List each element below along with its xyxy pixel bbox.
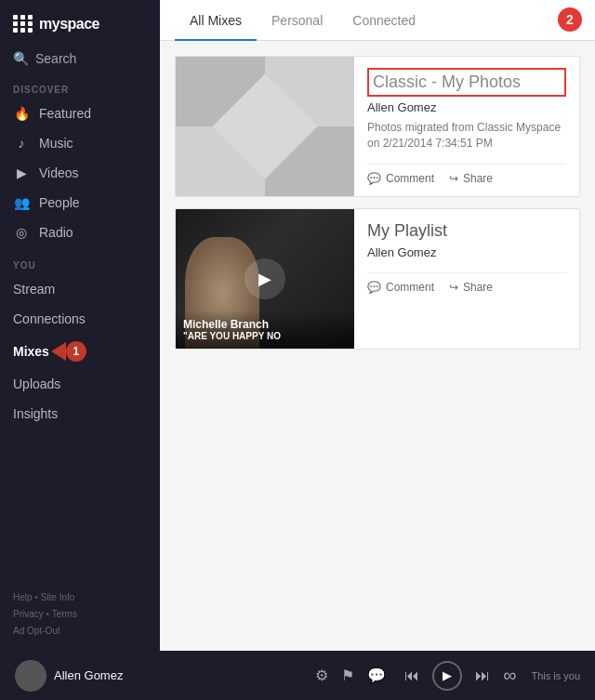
sidebar-item-label-featured: Featured	[39, 106, 91, 121]
tab-badge-2: 2	[558, 7, 582, 32]
search-label: Search	[35, 51, 76, 66]
share-button-2[interactable]: ↪ Share	[449, 281, 493, 294]
sidebar-item-label-connections: Connections	[13, 311, 86, 326]
sidebar-item-label-people: People	[39, 195, 80, 210]
mix-desc-1: Photos migrated from Classic Myspace on …	[367, 120, 566, 152]
sidebar-item-label-music: Music	[39, 136, 73, 151]
mix-title-1: Classic - My Photos	[367, 68, 566, 97]
play-pause-button[interactable]: ▶	[432, 661, 462, 691]
sidebar-item-insights[interactable]: Insights	[0, 399, 160, 429]
discover-section-label: DISCOVER	[0, 77, 160, 99]
rewind-icon[interactable]: ⏮	[404, 667, 419, 684]
tab-personal[interactable]: Personal	[257, 0, 337, 41]
sidebar-item-videos[interactable]: ▶ Videos	[0, 158, 160, 188]
settings-icons: ⚙ ⚑ 💬	[315, 667, 386, 684]
play-icon: ▶	[443, 668, 452, 682]
logo[interactable]: myspace	[0, 0, 160, 46]
sidebar-item-label-radio: Radio	[39, 225, 73, 240]
mix-card-2: ▶ Michelle Branch "ARE YOU HAPPY NO My P…	[175, 208, 580, 350]
radio-icon: ◎	[13, 225, 30, 240]
mix-actions-2: 💬 Comment ↪ Share	[367, 272, 566, 294]
comment-icon-2: 💬	[367, 281, 381, 294]
sidebar-item-radio[interactable]: ◎ Radio	[0, 218, 160, 247]
sidebar-item-mixes[interactable]: Mixes 1	[0, 334, 160, 369]
link-icon[interactable]: ∞	[503, 665, 516, 686]
music-icon: ♪	[13, 136, 30, 151]
sidebar-item-label-videos: Videos	[39, 165, 79, 180]
logo-grid-icon	[13, 15, 33, 33]
mixes-badge: 1	[53, 341, 86, 362]
chat-icon[interactable]: 💬	[367, 667, 386, 684]
featured-icon: 🔥	[13, 106, 30, 121]
video-song: "ARE YOU HAPPY NO	[183, 331, 347, 341]
bottom-bar: Allen Gomez ⚙ ⚑ 💬 ⏮ ▶ ⏭ ∞ This is you	[0, 651, 595, 700]
sidebar-item-music[interactable]: ♪ Music	[0, 128, 160, 158]
sidebar-item-uploads[interactable]: Uploads	[0, 369, 160, 399]
video-artist: Michelle Branch	[183, 318, 347, 331]
settings-icon[interactable]: ⚙	[315, 667, 328, 684]
mix-info-2: My Playlist Allen Gomez 💬 Comment ↪ Shar…	[354, 209, 579, 349]
search-item[interactable]: 🔍 Search	[0, 46, 160, 77]
logo-text: myspace	[39, 16, 99, 33]
help-link[interactable]: Help	[13, 592, 33, 602]
main-content: All Mixes Personal Connected 2	[160, 0, 595, 651]
share-icon-1: ↪	[449, 172, 458, 185]
mix-card-1: Classic - My Photos Allen Gomez Photos m…	[175, 56, 580, 197]
playback-controls: ⏮ ▶ ⏭ ∞	[404, 661, 516, 691]
mix-thumbnail-1	[176, 57, 354, 196]
sidebar-item-connections[interactable]: Connections	[0, 304, 160, 334]
sidebar-item-stream[interactable]: Stream	[0, 274, 160, 304]
bottom-user: Allen Gomez	[15, 660, 123, 692]
avatar	[15, 660, 46, 692]
play-button[interactable]: ▶	[245, 258, 285, 299]
sidebar: myspace 🔍 Search DISCOVER 🔥 Featured ♪ M…	[0, 0, 160, 651]
badge-1: 1	[66, 341, 86, 362]
sidebar-item-people[interactable]: 👥 People	[0, 188, 160, 218]
mix-thumbnail-2: ▶ Michelle Branch "ARE YOU HAPPY NO	[176, 209, 354, 349]
sidebar-item-featured[interactable]: 🔥 Featured	[0, 99, 160, 128]
content-area: Classic - My Photos Allen Gomez Photos m…	[160, 41, 595, 651]
people-icon: 👥	[13, 195, 30, 210]
comment-icon-1: 💬	[367, 172, 381, 185]
mix-actions-1: 💬 Comment ↪ Share	[367, 164, 566, 185]
tab-all-mixes[interactable]: All Mixes	[175, 0, 257, 41]
comment-button-1[interactable]: 💬 Comment	[367, 172, 434, 185]
mix-info-1: Classic - My Photos Allen Gomez Photos m…	[354, 57, 579, 196]
tabs-bar: All Mixes Personal Connected 2	[160, 0, 595, 41]
tab-connected[interactable]: Connected	[337, 0, 430, 41]
videos-icon: ▶	[13, 165, 30, 180]
sidebar-item-label-mixes: Mixes	[13, 344, 49, 359]
sidebar-item-label-stream: Stream	[13, 282, 55, 297]
share-button-1[interactable]: ↪ Share	[449, 172, 493, 185]
flag-icon[interactable]: ⚑	[341, 667, 354, 684]
search-icon: 🔍	[13, 51, 29, 66]
site-info-link[interactable]: Site Info	[41, 592, 75, 602]
mix-author-2: Allen Gomez	[367, 245, 566, 259]
terms-link[interactable]: Terms	[52, 609, 77, 619]
mix-title-2: My Playlist	[367, 220, 566, 242]
forward-icon[interactable]: ⏭	[475, 667, 490, 684]
this-is-you-label: This is you	[531, 670, 580, 681]
privacy-link[interactable]: Privacy	[13, 609, 44, 619]
sidebar-item-label-uploads: Uploads	[13, 376, 60, 391]
ad-opt-out-link[interactable]: Ad Opt-Out	[13, 626, 60, 636]
video-overlay: Michelle Branch "ARE YOU HAPPY NO	[176, 310, 354, 349]
bottom-right: This is you	[531, 670, 580, 681]
sidebar-footer: Help • Site Info Privacy • Terms Ad Opt-…	[0, 578, 160, 651]
you-section-label: YOU	[0, 247, 160, 274]
share-icon-2: ↪	[449, 281, 458, 294]
comment-button-2[interactable]: 💬 Comment	[367, 281, 434, 294]
sidebar-item-label-insights: Insights	[13, 406, 58, 421]
bottom-username: Allen Gomez	[54, 668, 123, 682]
mix-author-1: Allen Gomez	[367, 100, 566, 114]
